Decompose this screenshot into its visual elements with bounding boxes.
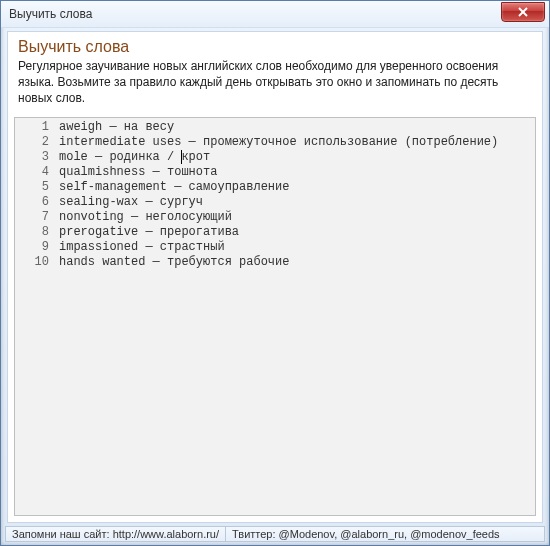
client-area: Выучить слова Регулярное заучивание новы… — [7, 31, 543, 523]
page-title: Выучить слова — [18, 38, 532, 56]
line-number: 6 — [15, 195, 49, 210]
line-number: 2 — [15, 135, 49, 150]
text-caret — [181, 150, 182, 164]
status-site: Запомни наш сайт: http://www.alaborn.ru/ — [5, 526, 225, 542]
code-line[interactable]: self-management — самоуправление — [59, 180, 531, 195]
line-number-gutter: 12345678910 — [15, 118, 55, 515]
status-bar: Запомни наш сайт: http://www.alaborn.ru/… — [5, 526, 545, 542]
code-line[interactable]: mole — родинка / крот — [59, 150, 531, 165]
titlebar[interactable]: Выучить слова — [1, 1, 549, 28]
window-title: Выучить слова — [9, 1, 541, 27]
code-line[interactable]: qualmishness — тошнота — [59, 165, 531, 180]
word-editor[interactable]: 12345678910 aweigh — на весуintermediate… — [14, 117, 536, 516]
app-window: Выучить слова Выучить слова Регулярное з… — [0, 0, 550, 546]
status-twitter: Твиттер: @Modenov, @alaborn_ru, @modenov… — [225, 526, 545, 542]
code-area[interactable]: aweigh — на весуintermediate uses — пром… — [55, 118, 535, 515]
code-line[interactable]: prerogative — прерогатива — [59, 225, 531, 240]
close-button[interactable] — [501, 2, 545, 22]
line-number: 10 — [15, 255, 49, 270]
code-line[interactable]: nonvoting — неголосующий — [59, 210, 531, 225]
line-number: 1 — [15, 120, 49, 135]
code-line[interactable]: hands wanted — требуются рабочие — [59, 255, 531, 270]
code-line[interactable]: aweigh — на весу — [59, 120, 531, 135]
line-number: 4 — [15, 165, 49, 180]
code-line[interactable]: intermediate uses — промежуточное исполь… — [59, 135, 531, 150]
header: Выучить слова Регулярное заучивание новы… — [8, 32, 542, 115]
line-number: 3 — [15, 150, 49, 165]
line-number: 5 — [15, 180, 49, 195]
line-number: 7 — [15, 210, 49, 225]
line-number: 8 — [15, 225, 49, 240]
close-icon — [518, 7, 528, 17]
line-number: 9 — [15, 240, 49, 255]
code-line[interactable]: sealing-wax — сургуч — [59, 195, 531, 210]
page-description: Регулярное заучивание новых английских с… — [18, 58, 532, 107]
code-line[interactable]: impassioned — страстный — [59, 240, 531, 255]
